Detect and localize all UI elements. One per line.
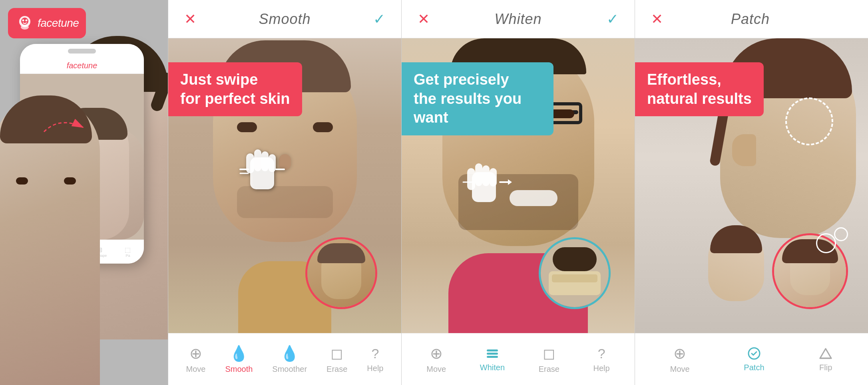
facetune-logo-icon: [15, 14, 34, 33]
thumb-content: [307, 239, 375, 307]
svg-marker-16: [508, 179, 512, 185]
flip-icon: [818, 346, 833, 361]
whiten-tb-erase[interactable]: ◻ Erase: [539, 345, 559, 374]
svg-rect-15: [490, 168, 497, 187]
patch-feature-banner: Effortless,natural results: [635, 62, 764, 116]
move-label: Move: [186, 365, 206, 374]
whiten-tb-help[interactable]: ? Help: [593, 346, 610, 373]
patch-tb-flip[interactable]: Flip: [818, 346, 833, 372]
svg-rect-9: [261, 151, 269, 171]
smooth-close-button[interactable]: ✕: [184, 11, 196, 28]
woman-nose: [732, 134, 756, 166]
whiten-help-label: Help: [593, 364, 610, 373]
phone-notch: [68, 49, 96, 54]
svg-point-4: [26, 20, 28, 22]
smooth-title: Smooth: [259, 11, 311, 28]
whiten-erase-icon: ◻: [543, 345, 555, 362]
smooth-icon: 💧: [229, 345, 248, 362]
whiten-title: Whiten: [494, 11, 542, 28]
whiten-label: Whiten: [480, 363, 505, 372]
thumb-hair: [317, 243, 365, 263]
patch-icon: [747, 346, 761, 361]
smooth-label: Smooth: [225, 365, 253, 374]
patch-tb-patch[interactable]: Patch: [744, 346, 764, 372]
phone-app-header: facetune: [20, 58, 144, 74]
whiten-teeth-thumb: [539, 237, 611, 309]
smooth-top-bar: ✕ Smooth ✓: [168, 0, 401, 38]
smooth-gesture: [238, 141, 286, 205]
right-eye: [64, 177, 76, 185]
whiten-banner-text: Get preciselythe results you want: [414, 71, 522, 126]
svg-point-3: [22, 20, 24, 22]
smooth-before-thumb: [305, 237, 377, 309]
patch-close-button[interactable]: ✕: [651, 11, 663, 28]
smooth-confirm-button[interactable]: ✓: [373, 11, 385, 28]
svg-marker-21: [820, 349, 831, 358]
patch-move-icon: ⊕: [673, 345, 686, 362]
whiten-close-button[interactable]: ✕: [418, 11, 430, 28]
facetune-logo: facetune: [8, 8, 86, 38]
svg-rect-17: [487, 349, 498, 351]
teeth: [510, 190, 557, 206]
patch-move-label: Move: [670, 365, 690, 374]
smoother-icon: 💧: [280, 345, 299, 362]
smooth-banner-text: Just swipefor perfect skin: [180, 71, 290, 107]
smoother-label: Smoother: [272, 365, 307, 374]
svg-point-2: [21, 25, 29, 30]
erase-label: Erase: [326, 365, 347, 374]
phone-notch-area: [20, 44, 144, 58]
smooth-photo-area: Just swipefor perfect skin: [168, 38, 401, 333]
phone-tb-item-4: ⬚ Pa: [125, 246, 131, 258]
patch-circle-2: [834, 227, 848, 241]
whiten-icon: [485, 346, 500, 361]
whiten-gesture: [460, 156, 512, 210]
smooth-tb-help[interactable]: ? Help: [367, 346, 383, 373]
whiten-toolbar: ⊕ Move Whiten ◻ Erase ? Help: [402, 333, 635, 385]
smooth-tb-smooth[interactable]: 💧 Smooth: [225, 345, 253, 374]
patch-tb-move[interactable]: ⊕ Move: [670, 345, 690, 374]
patch-toolbar: ⊕ Move Patch Flip: [635, 333, 868, 385]
svg-rect-12: [467, 168, 475, 190]
patch-title: Patch: [731, 11, 770, 28]
whiten-move-label: Move: [426, 365, 446, 374]
svg-rect-8: [254, 149, 261, 171]
smooth-feature-banner: Just swipefor perfect skin: [168, 62, 302, 116]
patch-top-bar: ✕ Patch: [635, 0, 868, 38]
whiten-feature-banner: Get preciselythe results you want: [402, 62, 553, 135]
smooth-tb-move[interactable]: ⊕ Move: [186, 345, 206, 374]
flip-label: Flip: [819, 363, 832, 372]
svg-rect-18: [487, 353, 498, 355]
thumb-beard-area: [553, 247, 597, 271]
whiten-tb-move[interactable]: ⊕ Move: [426, 345, 446, 374]
mouth-area: [549, 271, 601, 295]
move-icon: ⊕: [189, 345, 202, 362]
teeth-row: [552, 274, 597, 282]
smooth-panel: ✕ Smooth ✓ Just swipefor perfect skin: [168, 0, 401, 385]
svg-rect-13: [475, 163, 482, 186]
whiten-erase-label: Erase: [539, 365, 559, 374]
smooth-toolbar: ⊕ Move 💧 Smooth 💧 Smoother ◻ Erase ? Hel…: [168, 333, 401, 385]
whiten-tb-whiten[interactable]: Whiten: [480, 346, 505, 372]
help-icon: ?: [371, 346, 379, 361]
whiten-confirm-button[interactable]: ✓: [607, 11, 619, 28]
left-eye: [16, 177, 28, 185]
facetune-logo-text: facetune: [38, 17, 79, 30]
whiten-panel: ✕ Whiten ✓ Get preciselythe results you …: [401, 0, 635, 385]
patch-banner-text: Effortless,natural results: [647, 71, 752, 107]
patch-thumb: [772, 233, 848, 309]
whiten-photo-area: Get preciselythe results you want: [402, 38, 635, 333]
svg-rect-10: [269, 154, 276, 172]
whiten-top-bar: ✕ Whiten ✓: [402, 0, 635, 38]
help-label: Help: [367, 364, 383, 373]
smooth-tb-erase[interactable]: ◻ Erase: [326, 345, 347, 374]
patch-circle-1: [816, 233, 836, 253]
svg-rect-7: [246, 153, 254, 173]
man-right-eye: [313, 122, 333, 132]
svg-rect-14: [482, 165, 490, 186]
svg-rect-19: [487, 356, 498, 358]
patch-label: Patch: [744, 363, 764, 372]
intro-panel: facetune facetune ⊟ Smooth ⚙ Details: [0, 0, 168, 385]
whiten-thumb-content: [541, 239, 609, 307]
smooth-tb-smoother[interactable]: 💧 Smoother: [272, 345, 307, 374]
whiten-help-icon: ?: [598, 346, 605, 361]
